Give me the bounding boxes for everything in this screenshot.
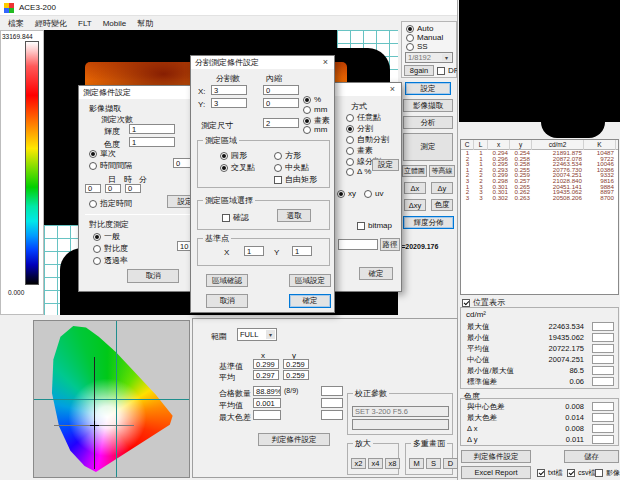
avg-diff-field[interactable]: 0.001	[253, 398, 281, 408]
y-inset-field[interactable]: 0	[263, 98, 299, 108]
dialog-title[interactable]: 分割測定條件設定	[191, 56, 334, 69]
range-select[interactable]: FULL▾	[237, 328, 277, 341]
max-diff-field[interactable]	[253, 410, 281, 420]
path-field[interactable]	[338, 239, 378, 250]
cie-chromaticity-diagram[interactable]	[33, 320, 190, 478]
area-confirm-button[interactable]: 區域確認	[206, 274, 248, 287]
settings-button[interactable]: 設定	[405, 82, 451, 95]
zoom-button-x8[interactable]: x8	[385, 458, 400, 469]
x-division-field[interactable]: 3	[211, 85, 247, 95]
normal-radio[interactable]: 一般	[93, 231, 120, 242]
mode-set-button[interactable]: 設定	[372, 159, 399, 171]
calibration-set-field[interactable]: SET 3-200 F5.6	[352, 406, 449, 417]
lum-count-field[interactable]: 1	[129, 124, 175, 134]
minute-field[interactable]: 0	[125, 184, 141, 193]
chroma-button[interactable]: 色度	[431, 199, 453, 211]
size-field[interactable]: 2	[263, 118, 299, 128]
measurement-list[interactable]: CLxycd/m2K 110.2940.25421891.87510487210…	[460, 139, 619, 295]
delta-xy-button[interactable]: Δxy	[404, 199, 426, 211]
xy-radio[interactable]: xy	[337, 189, 356, 198]
hour-field[interactable]: 0	[105, 184, 121, 193]
base-y-field[interactable]: 1	[292, 246, 312, 256]
radio-manual[interactable]: Manual	[406, 33, 443, 42]
ok-button[interactable]: 確定	[359, 267, 393, 280]
mode-option-3[interactable]: 畫素	[346, 145, 373, 156]
save-button[interactable]: 儲存	[564, 450, 619, 463]
radio-auto[interactable]: Auto	[406, 24, 433, 33]
base-x-field[interactable]: 1	[244, 246, 264, 256]
pick-button[interactable]: 選取	[277, 209, 311, 222]
table-body: 110.2940.25421891.87510487210.2960.25820…	[461, 150, 618, 200]
multiscreen-button-M[interactable]: M	[409, 458, 424, 469]
cancel-button[interactable]: 取消	[206, 294, 248, 308]
image-file-checkbox[interactable]: 影像檔	[595, 468, 620, 478]
area-set-button[interactable]: 區域設定	[289, 274, 331, 287]
avg-y-field[interactable]: 0.259	[283, 370, 309, 380]
square-radio[interactable]: 方形	[274, 150, 301, 161]
csv-file-checkbox[interactable]: csv檔	[567, 468, 596, 478]
delta-x-button[interactable]: Δx	[404, 182, 426, 194]
table-header[interactable]: CLxycd/m2K	[461, 140, 618, 150]
menu-item-3[interactable]: Mobile	[103, 19, 127, 28]
zoom-button-x4[interactable]: x4	[368, 458, 383, 469]
specified-time-radio[interactable]: 指定時間	[89, 198, 132, 209]
mm-size-radio[interactable]: mm	[303, 125, 327, 134]
calibration-group: 校正參數 SET 3-200 F5.6	[347, 393, 453, 435]
mm-radio[interactable]: mm	[303, 105, 327, 114]
path-browse-button[interactable]: 路徑	[380, 238, 400, 251]
radio-ss[interactable]: SS	[406, 42, 428, 51]
single-radio[interactable]: 單次	[89, 148, 116, 159]
menu-item-0[interactable]: 檔案	[8, 18, 24, 29]
judge-condition-button[interactable]: 判定條件設定	[461, 450, 531, 463]
circle-radio[interactable]: 圓形	[220, 150, 247, 161]
delta-y-button[interactable]: Δy	[431, 182, 453, 194]
contour-button[interactable]: 等高線	[429, 165, 455, 177]
uv-radio[interactable]: uv	[364, 189, 383, 198]
free-rect-checkbox[interactable]: 自由矩形	[274, 174, 317, 185]
center-point-radio[interactable]: 中央點	[274, 162, 309, 173]
avg-x-field[interactable]: 0.297	[253, 370, 279, 380]
base-x-field[interactable]: 0.299	[253, 359, 279, 369]
menu-item-4[interactable]: 幫助	[137, 18, 153, 29]
mode-option-2[interactable]: 自動分割	[346, 134, 389, 145]
pass-count-field[interactable]: 88.89%	[253, 386, 281, 396]
calibration-extra-field[interactable]	[352, 419, 449, 430]
close-icon[interactable]: ×	[318, 56, 333, 68]
close-icon[interactable]: ×	[385, 83, 400, 95]
y-division-field[interactable]: 3	[211, 98, 247, 108]
cancel-button[interactable]: 取消	[127, 269, 179, 283]
analyze-button[interactable]: 分析	[403, 116, 453, 129]
chroma-stat-row: 最大色差0.014	[461, 412, 618, 423]
capture-button[interactable]: 影像擷取	[403, 99, 453, 112]
multiscreen-button-S[interactable]: S	[426, 458, 441, 469]
base-y-field[interactable]: 0.259	[283, 359, 309, 369]
mode-option-5[interactable]: Δ %	[346, 167, 371, 176]
x-inset-field[interactable]: 0	[263, 85, 299, 95]
luminance-stat-row: 最小值/最大值86.5	[461, 365, 618, 376]
ok-button[interactable]: 確定	[289, 294, 331, 308]
day-field[interactable]: 0	[85, 184, 101, 193]
chroma-count-field[interactable]: 1	[129, 137, 175, 147]
view-3d-button[interactable]: 立體圖	[402, 165, 427, 177]
measure-button[interactable]: 測定	[403, 133, 453, 161]
gain-button[interactable]: 8gain	[404, 65, 434, 76]
zoom-button-x2[interactable]: x2	[351, 458, 366, 469]
cross-point-radio[interactable]: 交叉點	[220, 162, 255, 173]
table-row[interactable]: 330.3020.26320508.2068700	[461, 195, 618, 201]
mode-option-1[interactable]: 分割	[346, 123, 373, 134]
judge-condition-button[interactable]: 判定條件設定	[258, 433, 330, 446]
multiscreen-button-D[interactable]: D	[443, 458, 458, 469]
bitmap-checkbox[interactable]: bitmap	[357, 221, 392, 230]
excel-report-button[interactable]: Excel Report	[461, 466, 531, 479]
txt-file-checkbox[interactable]: txt檔	[537, 468, 562, 478]
transmittance-radio[interactable]: 透過率	[93, 255, 128, 266]
contrast-radio[interactable]: 對比度	[93, 243, 128, 254]
luminance-dist-button[interactable]: 輝度分佈	[403, 216, 454, 229]
confirm-checkbox[interactable]: 確認	[222, 212, 249, 223]
menu-item-1[interactable]: 經時變化	[35, 18, 67, 29]
percent-radio[interactable]: %	[303, 95, 321, 104]
menu-item-2[interactable]: FLT	[78, 19, 92, 28]
shutter-select[interactable]: 1/8192▾	[405, 52, 453, 63]
mode-option-0[interactable]: 任意點	[346, 112, 381, 123]
interval-radio[interactable]: 時間間隔	[89, 160, 132, 171]
